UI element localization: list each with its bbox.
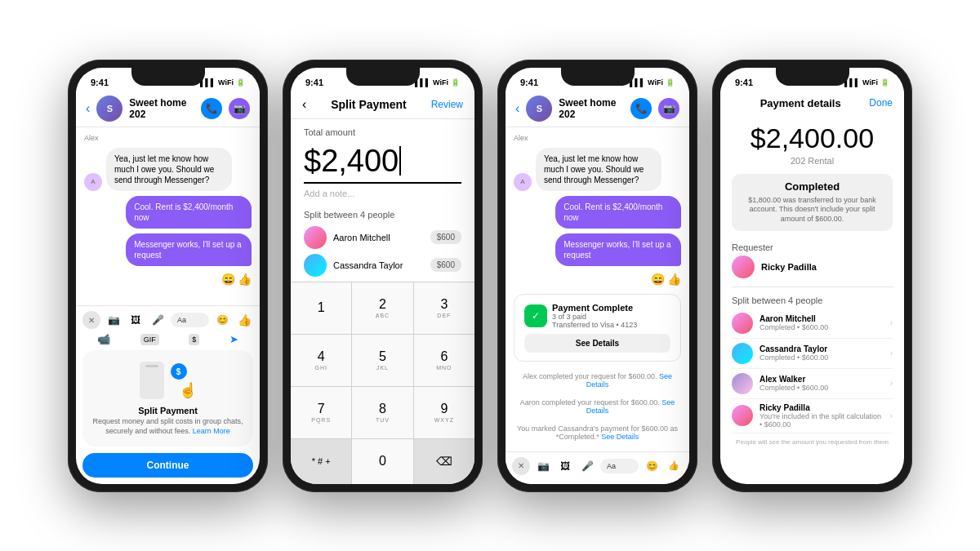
toolbar-row-2: 📹 GIF $ ➤ — [82, 333, 253, 345]
numpad-4[interactable]: 4GHI — [291, 335, 351, 386]
chat-header-1: ‹ S Sweet home 202 📞 📷 — [76, 91, 260, 127]
numpad-8[interactable]: 8TUV — [352, 387, 412, 438]
payment-details-content: $2,400.00 202 Rental Completed $1,800.00… — [720, 116, 904, 484]
numpad-6[interactable]: 6MNO — [414, 335, 474, 386]
numpad-5[interactable]: 5JKL — [352, 335, 412, 386]
sticker-icon-toolbar[interactable]: 😊 — [213, 311, 231, 329]
numpad-2[interactable]: 2ABC — [352, 282, 412, 334]
wifi-icon-3: WiFi — [648, 78, 663, 87]
video-button-3[interactable]: 📷 — [658, 98, 679, 119]
chat-name-3: Sweet home 202 — [559, 97, 624, 120]
note-placeholder[interactable]: Add a note... — [304, 189, 461, 198]
gif-toolbar-icon[interactable]: GIF — [140, 334, 159, 345]
mic-icon-3[interactable]: 🎤 — [578, 457, 596, 475]
send-toolbar-icon[interactable]: ➤ — [229, 333, 238, 345]
payment-complete-card: ✓ Payment Complete 3 of 3 paid Transferr… — [514, 294, 681, 362]
back-button-2[interactable]: ‹ — [302, 97, 306, 112]
aaron-status-4: Completed • $600.00 — [760, 323, 884, 331]
feature-desc-1: Request money and split costs in group c… — [92, 417, 243, 436]
video-button-1[interactable]: 📷 — [229, 98, 250, 119]
camera-icon-3[interactable]: 📷 — [534, 457, 552, 475]
ricky-avatar-requester — [732, 256, 755, 278]
time-3: 9:41 — [520, 78, 538, 87]
cassandra-avatar — [304, 254, 327, 277]
numpad: 1 2ABC 3DEF 4GHI 5JKL 6MNO 7PQRS 8TUV 9W… — [291, 282, 474, 484]
see-details-btn[interactable]: See Details — [524, 334, 670, 353]
pc-header: ✓ Payment Complete 3 of 3 paid Transferr… — [524, 303, 670, 329]
message-input-3[interactable]: Aa — [600, 459, 639, 473]
close-icon-3[interactable]: ✕ — [512, 457, 530, 475]
battery-icon-3: 🔋 — [666, 78, 675, 87]
payment-complete-icon: ✓ — [524, 304, 547, 327]
toolbar-1: ✕ 📷 🖼 🎤 Aa 😊 👍 📹 GIF $ ➤ — [76, 305, 260, 350]
back-button-1[interactable]: ‹ — [86, 101, 90, 116]
chat-header-3: ‹ S Sweet home 202 📞 📷 — [506, 91, 689, 127]
msg-sent-3-1: Cool. Rent is $2,400/month now — [555, 196, 681, 229]
see-details-1[interactable]: See Details — [586, 372, 672, 389]
p4-person-alex[interactable]: Alex Walker Completed • $600.00 › — [732, 369, 893, 399]
image-icon-toolbar[interactable]: 🖼 — [127, 311, 145, 329]
wifi-icon-1: WiFi — [218, 78, 234, 87]
emoji-laugh-3: 😄 — [651, 273, 665, 286]
p4-person-aaron[interactable]: Aaron Mitchell Completed • $600.00 › — [732, 309, 893, 339]
see-details-3[interactable]: See Details — [601, 433, 639, 441]
alex-info-4: Alex Walker Completed • $600.00 — [760, 375, 884, 392]
header-icons-1: 📞 📷 — [201, 98, 250, 119]
video-toolbar-icon[interactable]: 📹 — [97, 333, 110, 345]
numpad-7[interactable]: 7PQRS — [291, 387, 351, 438]
review-button[interactable]: Review — [431, 99, 463, 110]
call-button-1[interactable]: 📞 — [201, 98, 222, 119]
group-avatar-3: S — [526, 96, 552, 122]
numpad-0[interactable]: 0 — [352, 439, 412, 484]
requester-label: Requester — [732, 242, 893, 252]
numpad-backspace[interactable]: ⌫ — [414, 439, 474, 484]
see-details-2[interactable]: See Details — [586, 398, 675, 415]
call-button-3[interactable]: 📞 — [630, 98, 652, 119]
aaron-name-4: Aaron Mitchell — [760, 314, 884, 323]
msg-bubble-received-1: Yea, just let me know how much I owe you… — [106, 148, 232, 191]
wifi-icon-4: WiFi — [862, 78, 878, 87]
message-input-1[interactable]: Aa — [171, 313, 209, 327]
messages-area-3: Alex A Yea, just let me know how much I … — [506, 127, 689, 451]
ricky-info-4: Ricky Padilla You're included in the spl… — [760, 403, 884, 429]
battery-icon-2: 🔋 — [451, 78, 460, 87]
numpad-1[interactable]: 1 — [291, 282, 351, 334]
numpad-3[interactable]: 3DEF — [414, 282, 474, 334]
mic-icon-toolbar[interactable]: 🎤 — [149, 311, 167, 329]
aaron-avatar — [304, 226, 327, 249]
msg-received-1: A Yea, just let me know how much I owe y… — [84, 148, 252, 191]
feature-title-1: Split Payment — [138, 406, 198, 415]
close-icon-toolbar[interactable]: ✕ — [82, 311, 100, 329]
amount-value: $2,400 — [304, 144, 399, 179]
continue-button-1[interactable]: Continue — [82, 453, 253, 478]
toolbar-row-1: ✕ 📷 🖼 🎤 Aa 😊 👍 — [82, 311, 253, 329]
alex-chevron: › — [890, 379, 893, 388]
battery-icon-4: 🔋 — [880, 78, 889, 87]
sticker-icon-3[interactable]: 😊 — [643, 457, 661, 475]
split-label-4: Split between 4 people — [732, 295, 893, 305]
numpad-9[interactable]: 9WXYZ — [414, 387, 474, 438]
done-button[interactable]: Done — [869, 97, 893, 109]
time-4: 9:41 — [735, 78, 753, 87]
image-icon-3[interactable]: 🖼 — [556, 457, 574, 475]
p4-person-ricky[interactable]: Ricky Padilla You're included in the spl… — [732, 399, 893, 433]
ricky-avatar-4 — [732, 405, 753, 426]
payment-details-header: Payment details Done — [720, 91, 904, 116]
chat-name-1: Sweet home 202 — [129, 97, 194, 120]
toolbar-row-3: ✕ 📷 🖼 🎤 Aa 😊 👍 — [512, 457, 683, 475]
back-button-3[interactable]: ‹ — [515, 101, 519, 116]
camera-icon-toolbar[interactable]: 📷 — [105, 311, 122, 329]
thumbs-up-icon-toolbar[interactable]: 👍 — [235, 311, 253, 329]
learn-more-link-1[interactable]: Learn More — [193, 427, 230, 435]
thumbs-up-icon-3[interactable]: 👍 — [665, 457, 683, 475]
cassandra-status-4: Completed • $600.00 — [760, 353, 884, 362]
p4-person-cassandra[interactable]: Cassandra Taylor Completed • $600.00 › — [732, 339, 893, 369]
emoji-reactions-3: 😄 👍 — [514, 273, 681, 286]
payment-toolbar-icon[interactable]: $ — [189, 334, 199, 345]
group-avatar-1: S — [96, 96, 122, 122]
completed-title: Completed — [742, 180, 883, 193]
divider-1 — [732, 287, 893, 287]
split-payment-header: ‹ Split Payment Review — [291, 91, 474, 119]
numpad-symbols[interactable]: * # + — [291, 439, 351, 484]
aaron-name: Aaron Mitchell — [333, 233, 424, 242]
